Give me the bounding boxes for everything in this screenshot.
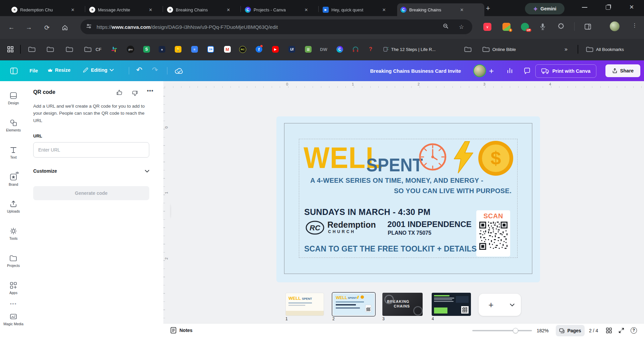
all-bookmarks-button[interactable]: All Bookmarks	[586, 46, 624, 53]
tab-close-icon[interactable]: ✕	[70, 7, 76, 12]
bookmark-folder[interactable]	[66, 46, 73, 53]
panel-toggle-icon[interactable]	[10, 67, 18, 76]
apps-grid-icon[interactable]	[7, 46, 14, 53]
browser-menu-icon[interactable]: ⋮	[632, 22, 637, 29]
print-with-canva-button[interactable]: Print with Canva	[535, 64, 596, 78]
google-docs-icon[interactable]: ≡	[191, 46, 198, 53]
bookmarks-overflow-chevrons[interactable]: »	[565, 46, 568, 53]
zoom-level[interactable]: 182%	[537, 328, 549, 333]
sidebar-item-uploads[interactable]: Uploads	[0, 200, 27, 213]
headphones-icon[interactable]	[352, 46, 359, 53]
gemini-button[interactable]: Gemini	[525, 3, 565, 14]
panel-more-icon[interactable]: •••	[147, 88, 154, 94]
undo-button[interactable]: ↶	[136, 66, 142, 74]
zoom-slider-track[interactable]	[472, 330, 532, 331]
page-thumbnail-2-selected[interactable]: WELL SPENT	[332, 292, 376, 317]
lightning-bolt-illustration[interactable]	[451, 141, 476, 175]
customize-section-toggle[interactable]: Customize	[33, 168, 149, 174]
card-series-line1[interactable]: A 4-WEEK SERIES ON TIME, MONEY, AND ENER…	[310, 177, 483, 184]
card-cta[interactable]: SCAN TO GET THE FREE TOOLKIT + DETAILS	[304, 244, 477, 253]
card-headline-spent[interactable]: SPENT	[366, 154, 423, 176]
bookmark-star-icon[interactable]: ☆	[459, 23, 464, 31]
sidebar-item-elements[interactable]: Elements	[0, 119, 27, 132]
grid-view-icon[interactable]	[606, 327, 612, 335]
home-button[interactable]	[60, 23, 69, 32]
redo-button[interactable]: ↷	[152, 66, 158, 74]
extension-red-icon[interactable]: ∨	[483, 23, 491, 31]
cloud-saved-icon[interactable]	[174, 68, 183, 75]
tab-redemption[interactable]: ✳ Redemption Chu ✕	[8, 3, 91, 16]
comments-icon[interactable]	[523, 67, 530, 75]
extension-orange-icon[interactable]: 1	[502, 23, 511, 31]
youtube-icon[interactable]: ▶	[272, 46, 279, 53]
bookmark-folder[interactable]	[47, 46, 54, 53]
tab-message-architect[interactable]: ✳ Message Archite ✕	[86, 3, 169, 16]
subsplash-icon[interactable]: S	[143, 46, 150, 53]
sidebar-item-magic-media[interactable]: Magic Media	[0, 313, 27, 326]
coin-illustration[interactable]: $	[477, 139, 515, 178]
microphone-icon[interactable]	[539, 23, 546, 32]
sidebar-item-tools[interactable]: Tools	[0, 227, 27, 240]
profile-avatar[interactable]	[610, 21, 620, 31]
thumbs-up-icon[interactable]	[116, 89, 123, 97]
card-church-name[interactable]: Redemption	[327, 220, 376, 230]
sidebar-item-brand[interactable]: Brand	[0, 173, 27, 186]
editing-mode-button[interactable]: Editing	[83, 67, 114, 73]
generate-code-button[interactable]: Generate code	[33, 186, 149, 200]
card-series-line2[interactable]: SO YOU CAN LIVE WITH PURPOSE.	[394, 187, 512, 195]
tab-breaking-chains-gpt[interactable]: ✳ Breaking Chains ✕	[164, 3, 247, 16]
bookmark-folder[interactable]	[84, 46, 92, 53]
card-address-line2[interactable]: PLANO TX 75075	[388, 230, 431, 236]
insights-chart-icon[interactable]	[506, 67, 513, 75]
forward-button[interactable]: →	[24, 23, 34, 32]
gloo-icon[interactable]: gloo	[127, 46, 134, 53]
tab-close-icon[interactable]: ✕	[303, 7, 309, 12]
collaborator-avatar[interactable]	[473, 64, 486, 77]
ui-icon[interactable]: UI	[288, 46, 295, 53]
minimize-button[interactable]	[582, 7, 587, 8]
page-thumbnail-4[interactable]	[432, 293, 471, 316]
dw-icon[interactable]: DW	[320, 46, 327, 53]
new-tab-button[interactable]: +	[483, 4, 493, 13]
notes-button[interactable]: Notes	[170, 327, 193, 334]
question-mark-icon[interactable]: ?	[369, 46, 372, 53]
add-page-button[interactable]: +	[479, 300, 503, 310]
tab-projects-canva[interactable]: C Projects - Canva ✕	[241, 3, 325, 16]
slack-icon[interactable]	[111, 46, 117, 53]
maximize-button[interactable]	[606, 5, 610, 10]
tab-breaking-chains-canva-active[interactable]: C Breaking Chains ✕	[397, 3, 484, 16]
page-thumbnail-3[interactable]: BREAKING CHAINS	[382, 293, 423, 316]
close-button[interactable]: ✕	[629, 4, 634, 11]
tab-close-icon[interactable]: ✕	[148, 7, 154, 12]
bookmark-twelve-steps[interactable]: The 12 Steps | Life R...	[391, 46, 436, 53]
card-address-line1[interactable]: 2001 INDEPENDENCE	[387, 220, 472, 229]
google-calendar-icon[interactable]: 24	[207, 46, 214, 53]
clock-illustration[interactable]	[418, 142, 447, 173]
sidebar-item-design[interactable]: Design	[0, 92, 27, 105]
zoom-slider-handle[interactable]	[513, 328, 518, 333]
file-menu[interactable]: File	[30, 68, 38, 73]
rc-badge-icon[interactable]: RC	[239, 46, 246, 53]
canva-bookmark-icon[interactable]: C	[336, 46, 343, 53]
twelve-steps-icon[interactable]	[383, 46, 389, 53]
side-panel-icon[interactable]	[584, 23, 591, 32]
bookmark-online-bible[interactable]: Online Bible	[482, 46, 516, 53]
tab-hey-quick-question[interactable]: ▶ Hey, quick quest ✕	[319, 3, 402, 16]
help-button[interactable]: ?	[631, 327, 637, 334]
fullscreen-icon[interactable]	[618, 327, 625, 335]
add-page-dropdown[interactable]	[503, 302, 521, 308]
google-keep-icon[interactable]: 💡	[175, 46, 181, 53]
sidebar-item-projects[interactable]: Projects	[0, 254, 27, 268]
url-text[interactable]: https://www.canva.com/design/DAG9-i3hNsw…	[97, 24, 278, 30]
bookmark-folder[interactable]	[28, 46, 36, 53]
tab-close-icon[interactable]: ✕	[225, 7, 231, 12]
facebook-icon[interactable]: f	[256, 46, 262, 53]
extensions-puzzle-icon[interactable]	[557, 23, 565, 32]
address-bar[interactable]: https://www.canva.com/design/DAG9-i3hNsw…	[80, 19, 472, 34]
sidebar-item-text[interactable]: Text	[0, 146, 27, 159]
card-schedule[interactable]: SUNDAYS IN MARCH - 4:30 PM	[304, 207, 430, 217]
share-button[interactable]: Share	[605, 64, 640, 77]
design-title[interactable]: Breaking Chains Business Card Invite	[368, 68, 463, 74]
tab-close-icon[interactable]: ✕	[381, 7, 387, 12]
bookmark-folder[interactable]	[464, 46, 472, 53]
